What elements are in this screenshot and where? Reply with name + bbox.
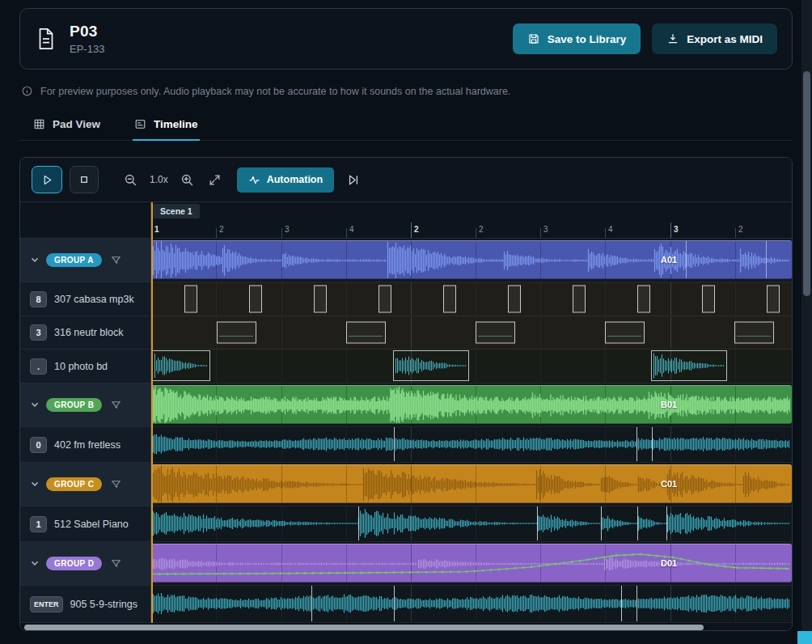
device-name: EP-133: [70, 43, 104, 55]
group-clip-lane[interactable]: D01: [151, 542, 792, 586]
filter-icon[interactable]: [111, 400, 122, 411]
grid-icon: [33, 118, 45, 130]
filter-icon[interactable]: [111, 255, 122, 266]
chevron-down-icon[interactable]: [30, 558, 40, 569]
track-lane[interactable]: [151, 282, 792, 316]
tab-timeline-label: Timeline: [154, 118, 198, 130]
group-row-header[interactable]: GROUP C: [20, 463, 150, 506]
zoom-out-button[interactable]: [118, 167, 142, 192]
tab-pad-view[interactable]: Pad View: [32, 111, 102, 140]
chevron-down-icon[interactable]: [30, 255, 40, 265]
group-badge: GROUP A: [46, 253, 102, 267]
pad-key-badge: 0: [30, 437, 47, 453]
ruler-tick-label: 4: [349, 225, 354, 234]
info-icon: [21, 85, 33, 97]
zoom-in-button[interactable]: [176, 167, 200, 192]
group-row-header[interactable]: GROUP A: [20, 239, 150, 282]
filter-icon[interactable]: [111, 558, 122, 570]
save-icon: [527, 32, 540, 45]
track-name: 512 Sabel Piano: [54, 519, 129, 530]
ruler-tick: [540, 228, 541, 238]
vertical-scrollbar[interactable]: [801, 0, 812, 644]
transport-toolbar: 1.0x Automation: [20, 158, 792, 202]
automation-button[interactable]: Automation: [237, 167, 334, 193]
save-to-library-button[interactable]: Save to Library: [513, 23, 641, 54]
group-badge: GROUP D: [46, 557, 102, 570]
track-lane[interactable]: [151, 586, 792, 623]
automation-button-label: Automation: [267, 174, 323, 185]
waveform-canvas: [151, 427, 790, 461]
ruler-tick-label: 3: [674, 225, 679, 234]
group-clip[interactable]: A01: [151, 240, 792, 279]
track-row-header[interactable]: .10 photo bd: [20, 350, 150, 383]
stop-button[interactable]: [70, 166, 99, 193]
scene-label[interactable]: Scene 1: [153, 204, 200, 218]
ruler-tick-label: 2: [479, 225, 484, 234]
clip-label: C01: [661, 479, 677, 489]
save-button-label: Save to Library: [548, 33, 627, 45]
export-midi-button[interactable]: Export as MIDI: [652, 23, 777, 54]
timeline-ruler[interactable]: Scene 1 1234223432: [151, 202, 792, 239]
ruler-tick-label: 2: [738, 225, 743, 234]
group-clip[interactable]: C01: [151, 464, 792, 503]
timeline-panel: 1.0x Automation GROUP A8307 cabasa mp3k3…: [19, 157, 793, 631]
horizontal-scrollbar-thumb[interactable]: [24, 625, 704, 630]
group-clip-lane[interactable]: B01: [151, 383, 792, 427]
group-row-header[interactable]: GROUP B: [20, 383, 150, 427]
chevron-down-icon[interactable]: [30, 400, 40, 410]
clip-label: B01: [661, 400, 677, 409]
skip-to-end-button[interactable]: [341, 167, 366, 192]
ruler-tick-label: 3: [543, 225, 548, 234]
track-lane[interactable]: [151, 316, 792, 350]
horizontal-scrollbar[interactable]: [20, 623, 792, 630]
vertical-scrollbar-thumb[interactable]: [803, 71, 810, 296]
waveform-canvas: [151, 544, 790, 583]
track-row-header[interactable]: 8307 cabasa mp3k: [20, 282, 150, 316]
track-lane[interactable]: [151, 506, 792, 542]
filter-icon[interactable]: [111, 479, 122, 490]
download-icon: [666, 32, 679, 45]
project-title: P03: [70, 23, 104, 40]
timeline-icon: [134, 118, 146, 130]
track-lane[interactable]: [151, 350, 792, 383]
ruler-tick: [476, 228, 476, 238]
waveform-canvas: [151, 282, 790, 315]
group-clip[interactable]: B01: [151, 385, 792, 424]
track-name: 402 fm fretless: [54, 439, 121, 451]
group-row-header[interactable]: GROUP D: [20, 542, 150, 586]
fit-to-view-button[interactable]: [203, 167, 227, 192]
ruler-tick-label: 2: [414, 225, 419, 234]
waveform-canvas: [151, 465, 790, 503]
timeline-lanes: Scene 1 1234223432 A01B01C01D01: [151, 202, 792, 623]
ruler-tick-label: 3: [285, 225, 290, 234]
play-button[interactable]: [32, 166, 62, 193]
view-tabs: Pad View Timeline: [19, 111, 793, 141]
track-row-header[interactable]: 0402 fm fretless: [20, 427, 150, 463]
pulse-icon: [248, 174, 260, 186]
track-row-header[interactable]: ENTER905 5-9-strings: [20, 586, 150, 623]
ruler-tick: [605, 228, 606, 238]
track-row-header[interactable]: 1512 Sabel Piano: [20, 506, 150, 542]
ruler-tick: [670, 222, 671, 238]
group-clip-lane[interactable]: A01: [151, 239, 792, 282]
chevron-down-icon[interactable]: [30, 479, 40, 489]
ruler-tick-label: 4: [608, 225, 613, 234]
group-badge: GROUP C: [46, 477, 102, 491]
track-lane[interactable]: [151, 427, 792, 463]
group-clip-lane[interactable]: C01: [151, 463, 792, 506]
tab-pad-view-label: Pad View: [53, 118, 100, 130]
track-row-header[interactable]: 3316 neutr block: [20, 316, 150, 350]
waveform-canvas: [151, 386, 790, 424]
tab-timeline[interactable]: Timeline: [133, 111, 200, 140]
playhead[interactable]: [151, 202, 153, 623]
group-badge: GROUP B: [46, 398, 102, 412]
group-clip[interactable]: D01: [151, 544, 792, 583]
ruler-tick: [346, 228, 347, 238]
notice-text: For preview purposes only. Audio playbac…: [40, 86, 510, 97]
project-header: P03 EP-133 Save to Library Export as MID…: [19, 8, 793, 70]
clip-label: D01: [661, 558, 677, 568]
waveform-canvas: [151, 316, 790, 348]
waveform-canvas: [151, 586, 790, 621]
ruler-tick: [411, 222, 412, 238]
pad-key-badge: 3: [30, 324, 47, 341]
